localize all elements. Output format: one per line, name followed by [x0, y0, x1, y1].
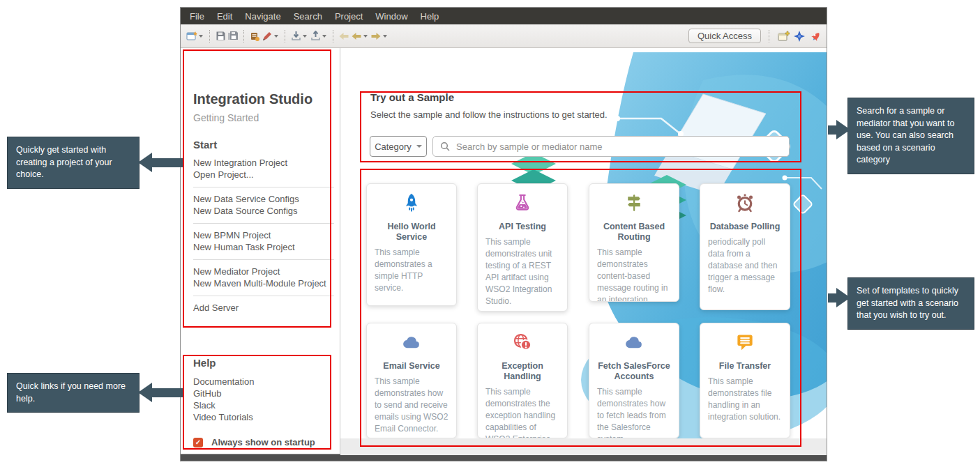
sample-description: This sample demonstrates content-based m…: [595, 247, 673, 302]
arrow-shaft: [151, 158, 183, 167]
flask-icon: [512, 192, 533, 213]
startup-option-row: ✓ Always show on startup: [193, 437, 315, 447]
sample-card[interactable]: File Transfer This sample demonstrates f…: [700, 323, 790, 438]
editor-area: Getting Started ✕ Integration Studio Get…: [181, 48, 827, 455]
link-new-data-service-configs[interactable]: New Data Service Configs: [193, 193, 334, 205]
start-heading: Start: [193, 139, 217, 151]
sample-title: File Transfer: [706, 361, 784, 372]
category-dropdown[interactable]: Category: [370, 136, 427, 157]
link-new-mediator-project[interactable]: New Mediator Project: [193, 266, 334, 277]
link-video-tutorials[interactable]: Video Tutorials: [193, 411, 334, 423]
sample-description: This sample demonstrates a simple HTTP s…: [372, 247, 451, 294]
chat-bubble-icon: [734, 332, 755, 353]
save-all-icon[interactable]: [227, 29, 239, 43]
new-wizard-icon[interactable]: [186, 29, 198, 43]
dropdown-caret[interactable]: [199, 35, 203, 38]
panel-subtitle: Getting Started: [193, 112, 259, 123]
cloud-icon: [400, 332, 423, 353]
sample-card[interactable]: Fetch SalesForce Accounts This sample de…: [589, 323, 679, 438]
link-new-integration-project[interactable]: New Integration Project: [193, 157, 334, 169]
screenshot-page: File Edit Navigate Search Project Window…: [0, 0, 980, 467]
link-open-project[interactable]: Open Project...: [193, 169, 334, 181]
toolbar-separator: [333, 30, 333, 43]
sample-title: API Testing: [483, 222, 561, 232]
open-perspective-icon[interactable]: [777, 29, 790, 43]
dropdown-caret[interactable]: [322, 35, 326, 38]
data-report-icon[interactable]: [248, 29, 261, 43]
search-input[interactable]: [456, 141, 782, 152]
divider: [193, 296, 334, 296]
dropdown-caret[interactable]: [274, 35, 278, 38]
samples-panel: Try out a Sample Select the sample and f…: [340, 48, 827, 455]
callout-start: Quickly get started with creating a proj…: [7, 137, 140, 189]
back-disabled-icon[interactable]: [338, 29, 350, 43]
sample-card[interactable]: Email Service This sample demonstrates h…: [366, 323, 457, 438]
help-links: Documentation GitHub Slack Video Tutoria…: [193, 376, 334, 423]
sample-title: Exception Handling: [483, 361, 561, 382]
menu-item-window[interactable]: Window: [369, 11, 414, 22]
arrow-right-icon: [836, 288, 850, 307]
toolbar-separator: [209, 30, 210, 43]
chevron-down-icon: [416, 145, 422, 148]
forward-icon[interactable]: [370, 29, 382, 43]
callout-help: Quick links if you need more help.: [7, 373, 140, 413]
arrow-right-icon: [836, 120, 850, 139]
link-new-maven-multi-module-project[interactable]: New Maven Multi-Module Project: [193, 277, 334, 289]
arrow-shaft: [151, 388, 183, 397]
menu-item-help[interactable]: Help: [414, 11, 446, 22]
signpost-icon: [624, 192, 644, 213]
menu-item-edit[interactable]: Edit: [211, 11, 239, 22]
link-add-server[interactable]: Add Server: [193, 302, 334, 314]
dropdown-caret[interactable]: [363, 35, 368, 38]
link-documentation[interactable]: Documentation: [193, 376, 334, 388]
start-links: New Integration Project Open Project... …: [193, 157, 334, 314]
menu-item-search[interactable]: Search: [287, 11, 329, 22]
always-show-checkbox[interactable]: ✓: [193, 438, 203, 447]
toolbar-right: Quick Access: [688, 29, 822, 43]
category-label: Category: [375, 141, 412, 152]
ide-window: File Edit Navigate Search Project Window…: [180, 7, 827, 461]
link-slack[interactable]: Slack: [193, 399, 334, 411]
save-icon[interactable]: [214, 29, 227, 43]
perspectives-icon[interactable]: [793, 29, 806, 43]
sample-section-subtitle: Select the sample and follow the instruc…: [370, 109, 608, 120]
sample-title: Email Service: [372, 361, 451, 372]
menu-item-project[interactable]: Project: [329, 11, 369, 22]
sample-title: Database Polling: [706, 222, 784, 232]
sample-search: [432, 136, 790, 157]
link-github[interactable]: GitHub: [193, 388, 334, 399]
sample-card[interactable]: Content Based Routing This sample demons…: [589, 183, 679, 302]
dropdown-caret[interactable]: [303, 35, 307, 38]
sample-title: Content Based Routing: [595, 222, 673, 243]
link-new-human-task-project[interactable]: New Human Task Project: [193, 241, 334, 253]
link-new-data-source-configs[interactable]: New Data Source Configs: [193, 205, 334, 217]
sample-description: This sample demonstrates how to fetch le…: [595, 386, 673, 438]
dropdown-caret[interactable]: [383, 35, 387, 38]
new-server-icon[interactable]: [261, 29, 273, 43]
cloud-icon: [623, 332, 645, 353]
link-new-bpmn-project[interactable]: New BPMN Project: [193, 229, 334, 241]
sample-card[interactable]: Hello World Service This sample demonstr…: [366, 183, 457, 306]
arrow-left-icon: [138, 383, 152, 402]
integration-perspective-icon[interactable]: [809, 29, 822, 43]
sample-title: Hello World Service: [372, 222, 451, 243]
callout-search: Search for a sample or mediator that you…: [847, 98, 974, 174]
back-icon[interactable]: [350, 29, 363, 43]
rocket-icon: [401, 192, 422, 213]
quick-access-button[interactable]: Quick Access: [688, 29, 761, 43]
getting-started-panel: Integration Studio Getting Started Start…: [181, 48, 340, 455]
sample-title: Fetch SalesForce Accounts: [595, 361, 673, 382]
menu-item-file[interactable]: File: [183, 11, 211, 22]
sample-description: This sample demonstrates unit testing of…: [483, 236, 561, 307]
export-icon[interactable]: [309, 29, 322, 43]
sample-description: periodically poll data from a database a…: [706, 236, 784, 296]
sample-card[interactable]: API Testing This sample demonstrates uni…: [477, 183, 568, 312]
help-heading: Help: [193, 357, 216, 369]
sample-description: This sample demonstrates the exception h…: [483, 386, 561, 438]
sample-description: This sample demonstrates how to send and…: [372, 376, 451, 435]
import-icon[interactable]: [289, 29, 302, 43]
toolbar: Quick Access: [181, 24, 827, 48]
menu-item-navigate[interactable]: Navigate: [239, 11, 287, 22]
sample-card[interactable]: Database Polling periodically poll data …: [700, 183, 790, 310]
sample-card[interactable]: Exception Handling This sample demonstra…: [477, 323, 568, 438]
